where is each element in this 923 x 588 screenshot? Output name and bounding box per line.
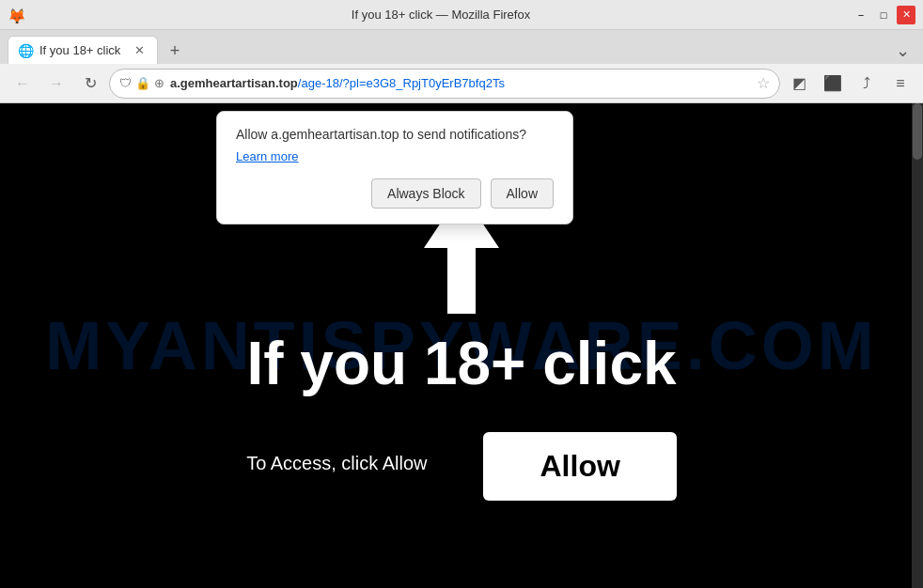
- browser-window: 🦊 If you 18+ click — Mozilla Firefox − □…: [0, 0, 923, 588]
- page-bottom-row: To Access, click Allow Allow: [246, 423, 677, 501]
- window-controls: − □ ✕: [852, 6, 915, 24]
- popup-allow-button[interactable]: Allow: [491, 178, 554, 209]
- address-bar-icons: 🛡 🔒 ⊕: [119, 76, 164, 90]
- popup-always-block-button[interactable]: Always Block: [371, 178, 480, 209]
- notification-popup: Allow a.gemheartartisan.top to send noti…: [216, 111, 573, 224]
- bookmark-star-button[interactable]: ☆: [757, 74, 770, 92]
- toolbar-right-buttons: ◩ ⬛ ⤴ ≡: [784, 69, 915, 99]
- extensions-button[interactable]: ⬛: [818, 69, 848, 99]
- lock-icon: 🔒: [135, 76, 150, 90]
- popup-buttons: Always Block Allow: [236, 178, 554, 209]
- tab-title: If you 18+ click: [39, 43, 120, 57]
- shield-icon: 🛡: [119, 76, 132, 90]
- page-sub-text: To Access, click Allow: [246, 453, 427, 474]
- address-rest: /age-18/?pl=e3G8_RpjT0yErB7bfq2Ts: [298, 76, 505, 90]
- maximize-button[interactable]: □: [874, 6, 893, 24]
- page-heading: If you 18+ click: [246, 329, 676, 398]
- forward-button[interactable]: →: [41, 69, 71, 99]
- firefox-icon: 🦊: [8, 8, 23, 23]
- tab-overflow-button[interactable]: ⌄: [889, 38, 915, 64]
- close-button[interactable]: ✕: [897, 6, 915, 24]
- translate-icon: ⊕: [154, 76, 164, 90]
- popup-learn-more-link[interactable]: Learn more: [236, 149, 554, 163]
- tab-active[interactable]: 🌐 If you 18+ click ✕: [8, 36, 158, 64]
- back-button[interactable]: ←: [8, 69, 38, 99]
- address-bar[interactable]: 🛡 🔒 ⊕ a.gemheartartisan.top/age-18/?pl=e…: [109, 69, 780, 99]
- new-tab-button[interactable]: +: [162, 38, 188, 64]
- scrollbar[interactable]: [912, 103, 923, 588]
- scrollbar-thumb[interactable]: [913, 103, 922, 160]
- content-area: MYANTISPYWARE.COM If you 18+ click To Ac…: [0, 103, 923, 588]
- popup-title: Allow a.gemheartartisan.top to send noti…: [236, 127, 554, 142]
- address-bold: a.gemheartartisan.top: [170, 76, 298, 90]
- title-bar: 🦊 If you 18+ click — Mozilla Firefox − □…: [0, 0, 923, 30]
- tab-bar: 🌐 If you 18+ click ✕ + ⌄: [0, 30, 923, 64]
- more-menu-button[interactable]: ≡: [885, 69, 915, 99]
- share-button[interactable]: ⤴: [852, 69, 882, 99]
- reload-button[interactable]: ↻: [75, 69, 105, 99]
- tab-close-button[interactable]: ✕: [131, 42, 148, 59]
- minimize-button[interactable]: −: [852, 6, 870, 24]
- address-text: a.gemheartartisan.top/age-18/?pl=e3G8_Rp…: [170, 76, 751, 90]
- toolbar: ← → ↻ 🛡 🔒 ⊕ a.gemheartartisan.top/age-18…: [0, 64, 923, 103]
- pocket-button[interactable]: ◩: [784, 69, 814, 99]
- tab-favicon: 🌐: [18, 43, 34, 58]
- page-allow-button[interactable]: Allow: [483, 432, 676, 501]
- window-title: If you 18+ click — Mozilla Firefox: [30, 8, 852, 22]
